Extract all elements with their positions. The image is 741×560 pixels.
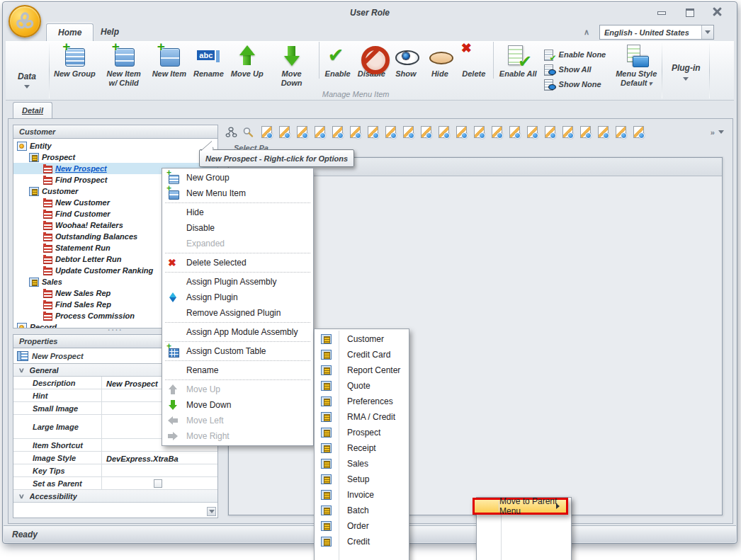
edit-page-icon[interactable] <box>278 126 290 138</box>
submenu-item[interactable]: Credit <box>315 534 409 549</box>
ribbon-button[interactable]: Enable <box>319 42 354 79</box>
submenu-item[interactable]: Customer <box>315 331 409 347</box>
edit-page-icon[interactable] <box>579 126 592 138</box>
context-menu-item[interactable]: Delete Selected <box>162 255 313 270</box>
submenu-item[interactable]: Credit Card <box>315 347 409 362</box>
edit-page-icon[interactable] <box>385 126 397 138</box>
ribbon-small-button[interactable]: Show All <box>541 63 609 76</box>
edit-page-icon[interactable] <box>456 126 468 138</box>
close-button[interactable] <box>713 7 724 17</box>
submenu-item[interactable]: Prospect <box>315 425 409 440</box>
edit-page-icon[interactable] <box>261 126 273 138</box>
ribbon-small-button[interactable]: Show None <box>541 78 609 91</box>
context-menu-item[interactable]: Hide <box>162 205 313 220</box>
minimize-button[interactable] <box>656 7 667 17</box>
ribbon-button[interactable]: Show <box>389 42 423 79</box>
property-row[interactable]: ∨ Image Style DevExpress.XtraBa <box>13 452 217 464</box>
submenu-item[interactable]: Preferences <box>315 394 409 409</box>
context-menu-item[interactable]: Move Down <box>162 397 313 413</box>
property-row[interactable]: ∨ Set as Parent <box>13 477 217 490</box>
context-menu-item[interactable]: Assign Custom Table <box>162 343 313 359</box>
submenu-item[interactable]: RMA / Credit <box>315 409 409 425</box>
edit-page-icon[interactable] <box>296 126 308 138</box>
submenu-item[interactable]: Setup <box>315 472 409 487</box>
language-combobox[interactable]: English - United States <box>599 25 714 40</box>
menu-entity-icon <box>321 428 332 438</box>
edit-page-icon[interactable] <box>349 126 361 138</box>
move-up-icon <box>234 43 260 69</box>
submenu-item[interactable]: Report Center <box>315 362 409 378</box>
designer-toolbar: ›› <box>221 123 728 141</box>
edit-page-icon[interactable] <box>562 126 574 138</box>
edit-page-icon[interactable] <box>526 126 538 138</box>
edit-page-icon[interactable] <box>491 126 503 138</box>
tree-item[interactable]: Entity <box>13 140 217 152</box>
ribbon-collapse-icon[interactable]: ∧ <box>584 28 595 36</box>
property-value[interactable]: DevExpress.XtraBa <box>101 452 208 464</box>
edit-page-icon[interactable] <box>473 126 485 138</box>
hierarchy-icon[interactable] <box>225 127 237 138</box>
submenu-item[interactable]: Order <box>315 518 409 534</box>
ribbon-small-button[interactable]: Enable None <box>541 48 609 61</box>
context-menu-item[interactable]: Move to Parent Menu <box>473 498 568 515</box>
context-menu-item[interactable]: Assign Plugin Assembly <box>162 274 313 290</box>
data-button[interactable]: Data <box>18 72 36 88</box>
ribbon-button[interactable]: Move Down <box>267 42 317 87</box>
ribbon-button[interactable]: New Group <box>50 42 99 79</box>
menu-entity-icon <box>321 412 332 422</box>
edit-page-icon[interactable] <box>314 126 326 138</box>
ribbon-tab-row: Home Help ∧ English - United States <box>3 22 737 41</box>
context-menu-item[interactable]: Move Up <box>162 382 313 397</box>
chevron-down-icon <box>705 30 711 34</box>
context-menu-item[interactable]: New Menu Item <box>162 185 313 201</box>
context-menu-item[interactable]: Expanded <box>162 236 313 251</box>
submenu-item[interactable]: Quote <box>315 378 409 394</box>
property-value[interactable] <box>101 464 208 476</box>
ribbon-button[interactable]: Disable <box>354 42 389 79</box>
menu-style-button[interactable]: Menu Style Default <box>611 42 661 87</box>
restore-button[interactable] <box>684 7 696 17</box>
edit-page-icon[interactable] <box>633 126 645 138</box>
edit-page-icon[interactable] <box>420 126 432 138</box>
edit-page-icon[interactable] <box>509 126 521 138</box>
submenu-item[interactable]: Batch <box>315 503 409 518</box>
scroll-down-button[interactable] <box>207 507 216 516</box>
move-to-parent-submenu: Customer Credit Card Report Center Quote… <box>314 328 409 560</box>
property-row[interactable]: ∨ Key Tips <box>13 464 217 477</box>
plugin-button[interactable]: Plug-in <box>672 63 701 81</box>
submenu-item[interactable]: Receipt <box>315 440 409 456</box>
ribbon-button[interactable]: New Item w/ Child <box>99 42 149 87</box>
search-icon[interactable] <box>242 127 254 138</box>
context-menu-item[interactable]: Disable <box>162 220 313 236</box>
tab-detail[interactable]: Detail <box>13 102 52 119</box>
submenu-item[interactable]: Sales <box>315 456 409 472</box>
property-row[interactable]: ∨ Accessibility <box>13 490 217 503</box>
edit-page-icon[interactable] <box>615 126 627 138</box>
edit-page-icon[interactable] <box>597 126 609 138</box>
edit-page-icon[interactable] <box>367 126 379 138</box>
edit-page-icon[interactable] <box>332 126 344 138</box>
ribbon-button[interactable]: New Item <box>149 42 190 79</box>
context-menu-item[interactable]: Assign App Module Assembly <box>162 324 313 340</box>
tab-help[interactable]: Help <box>89 23 130 41</box>
context-menu-item[interactable]: Move Left <box>162 413 313 428</box>
context-menu-item[interactable]: Assign Plugin <box>162 290 313 305</box>
ribbon-button[interactable]: Enable All <box>493 42 541 79</box>
context-menu-item[interactable]: Move Right <box>162 428 313 444</box>
ribbon-button[interactable]: Move Up <box>227 42 267 79</box>
ribbon-button[interactable]: Hide <box>423 42 457 79</box>
submenu-item[interactable]: Invoice <box>315 487 409 503</box>
app-menu-button[interactable] <box>9 5 41 38</box>
ribbon-button[interactable]: Delete <box>457 42 491 79</box>
context-menu-item[interactable]: Remove Assigned Plugin <box>162 305 313 321</box>
toolbar-overflow[interactable]: ›› <box>711 128 724 137</box>
edit-page-icon[interactable] <box>402 126 414 138</box>
edit-page-icon[interactable] <box>438 126 450 138</box>
ribbon-button[interactable]: Rename <box>190 42 227 79</box>
edit-page-icon[interactable] <box>544 126 556 138</box>
combo-dropdown-button[interactable] <box>701 25 713 39</box>
tree-item[interactable]: Prospect <box>13 152 217 163</box>
checkbox-icon[interactable] <box>154 479 162 488</box>
context-menu-item[interactable]: Rename <box>162 362 313 378</box>
context-menu-item[interactable]: New Group <box>162 170 313 185</box>
